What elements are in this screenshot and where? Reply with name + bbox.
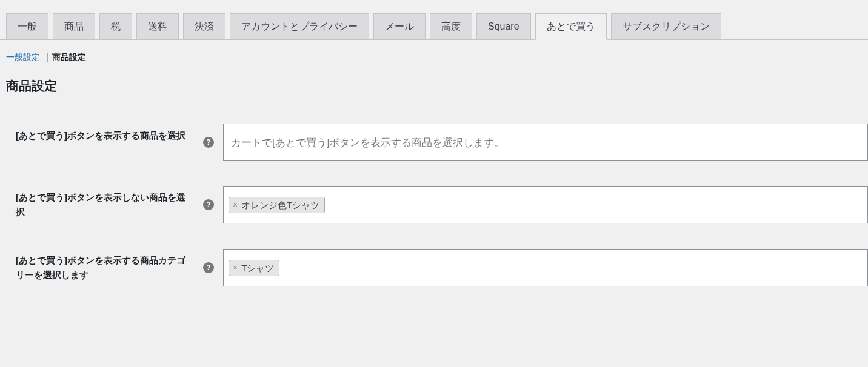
tab-advanced[interactable]: 高度	[430, 13, 472, 39]
subnav-current: 商品設定	[52, 52, 86, 62]
tabs-nav: 一般 商品 税 送料 決済 アカウントとプライバシー メール 高度 Square…	[0, 0, 868, 40]
chip-remove-icon[interactable]: ×	[233, 199, 238, 211]
tab-shipping[interactable]: 送料	[136, 13, 179, 39]
chip-remove-icon[interactable]: ×	[233, 262, 238, 274]
chip-label: Tシャツ	[241, 262, 274, 274]
tab-square[interactable]: Square	[476, 13, 531, 39]
field-label-show-products: [あとで買う]ボタンを表示する商品を選択	[0, 111, 200, 173]
settings-form: [あとで買う]ボタンを表示する商品を選択 ? カートで[あとで買う]ボタンを表示…	[0, 111, 868, 299]
help-icon[interactable]: ?	[203, 262, 214, 273]
subnav-separator: |	[46, 52, 48, 62]
settings-page: 一般 商品 税 送料 決済 アカウントとプライバシー メール 高度 Square…	[0, 0, 868, 367]
show-products-placeholder: カートで[あとで買う]ボタンを表示する商品を選択します。	[229, 136, 504, 150]
section-title: 商品設定	[0, 63, 868, 99]
chip-label: オレンジ色Tシャツ	[241, 199, 319, 211]
hide-products-select[interactable]: × オレンジ色Tシャツ	[223, 186, 868, 223]
show-products-select[interactable]: カートで[あとで買う]ボタンを表示する商品を選択します。	[223, 124, 868, 161]
tab-products[interactable]: 商品	[53, 13, 95, 39]
tab-emails[interactable]: メール	[373, 13, 426, 39]
show-categories-select[interactable]: × Tシャツ	[223, 249, 868, 286]
help-icon[interactable]: ?	[203, 137, 214, 148]
chip-show-categories-0: × Tシャツ	[229, 260, 279, 276]
tab-payments[interactable]: 決済	[183, 13, 225, 39]
tab-general[interactable]: 一般	[6, 13, 48, 39]
subnav: 一般設定 | 商品設定	[0, 40, 868, 63]
tab-buy-later[interactable]: あとで買う	[535, 13, 607, 40]
subnav-link-general[interactable]: 一般設定	[6, 52, 40, 62]
field-label-hide-products: [あとで買う]ボタンを表示しない商品を選択	[0, 173, 200, 236]
chip-hide-products-0: × オレンジ色Tシャツ	[229, 197, 325, 213]
tab-privacy[interactable]: アカウントとプライバシー	[230, 13, 369, 39]
help-icon[interactable]: ?	[203, 199, 214, 210]
tab-tax[interactable]: 税	[99, 13, 132, 39]
field-label-show-categories: [あとで買う]ボタンを表示する商品カテゴリーを選択します	[0, 236, 200, 299]
tab-subscription[interactable]: サブスクリプション	[611, 13, 721, 39]
